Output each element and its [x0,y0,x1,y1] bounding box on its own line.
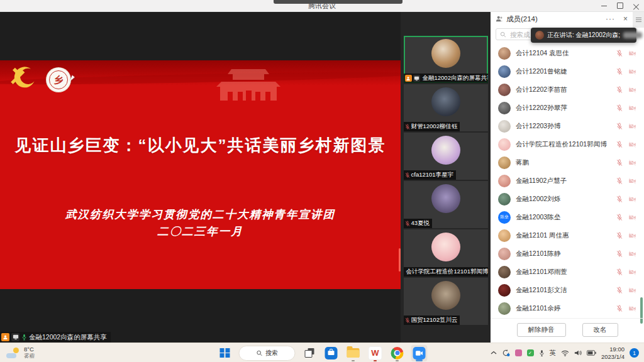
file-explorer-button[interactable] [345,345,362,361]
member-row[interactable]: 金融12101邓雨萱 [491,263,644,281]
camera-off-icon[interactable] [628,196,636,202]
camera-off-icon[interactable] [628,141,636,148]
wps-office-button[interactable]: W [367,345,384,361]
mic-muted-icon[interactable] [616,141,623,148]
member-row[interactable]: 金融12002刘烁 [491,190,644,208]
panel-divider [491,318,644,319]
member-name: 会计12201曾铭婕 [516,67,611,76]
antivirus-shield-icon[interactable]: ✓ [527,349,534,356]
camera-off-icon[interactable] [628,160,636,166]
windows-logo-icon [220,348,230,358]
mic-muted-icon[interactable] [616,177,623,185]
shared-screen-scrollbar[interactable] [399,248,401,272]
camera-off-icon[interactable] [628,69,636,75]
clock-time: 19:00 [609,346,625,353]
more-icon[interactable]: ··· [606,14,615,23]
taskbar-clock[interactable]: 19:00 2023/1/4 [601,346,625,360]
host-badge-icon [405,75,412,82]
mic-muted-icon[interactable] [616,50,623,57]
camera-off-icon[interactable] [628,233,636,239]
video-tile[interactable]: 财管12002柳佳钰 [404,84,488,131]
member-row[interactable]: 陈垒 金融12003陈垒 [491,208,644,226]
microphone-tray-icon[interactable] [539,349,545,357]
maximize-icon[interactable] [617,3,623,9]
mic-muted-icon [405,124,410,130]
participant-avatar [431,281,460,310]
mic-muted-icon[interactable] [616,123,623,130]
battery-icon[interactable] [587,350,596,356]
member-row[interactable]: 金融12101彭文洁 [491,281,644,299]
mic-muted-icon[interactable] [616,159,623,167]
member-name: 金融12101彭文洁 [516,286,611,295]
member-list-scrollbar[interactable] [640,297,643,324]
member-avatar [498,284,511,297]
task-view-button[interactable] [301,345,318,361]
camera-off-icon[interactable] [628,87,636,93]
member-row[interactable]: 会计12202李苗苗 [491,80,644,99]
camera-off-icon[interactable] [628,105,636,111]
window-controls [601,0,639,11]
chrome-button[interactable] [389,345,406,361]
member-avatar [498,47,511,60]
member-row[interactable]: 会计12202孙翠萍 [491,99,644,117]
close-icon[interactable] [633,3,639,9]
rename-button[interactable]: 改名 [582,323,618,337]
speaker-icon[interactable] [574,349,582,356]
mic-muted-icon[interactable] [616,86,623,94]
camera-off-icon[interactable] [628,287,636,293]
taskbar-search[interactable]: 搜索 [239,346,296,361]
taskbar-weather[interactable]: 8°C 雾霾 [6,343,35,362]
camera-off-icon[interactable] [628,251,636,257]
minimize-icon[interactable] [601,6,607,6]
unmute-button[interactable]: 解除静音 [517,323,566,337]
tray-app-icon[interactable] [515,349,522,356]
ime-indicator[interactable]: 英 [550,349,557,358]
notification-badge[interactable]: 1 [630,348,639,358]
camera-off-icon[interactable] [628,269,636,275]
panel-close-icon[interactable]: × [623,14,628,23]
video-tile[interactable]: 国贸12102笪川云 [404,278,488,325]
mic-muted-icon[interactable] [616,250,623,258]
mic-muted-icon[interactable] [616,68,623,75]
member-row[interactable]: 金融12101陈静 [491,244,644,263]
start-button[interactable] [217,345,233,361]
video-tile[interactable]: 会计学院工程造价12101郭闻博 [404,229,488,277]
mic-muted-icon[interactable] [616,214,623,221]
member-row[interactable]: 金融12101 周佳惠 [491,226,644,244]
member-row[interactable]: 金融11902卢慧子 [491,172,644,190]
mic-muted-icon[interactable] [616,287,623,294]
camera-off-icon[interactable] [628,214,636,221]
panel-edge-handle[interactable] [633,11,644,28]
member-row[interactable]: 会计12203孙博 [491,117,644,135]
member-avatar [498,156,511,169]
member-name: 会计12203孙博 [516,122,611,131]
member-row[interactable]: 金融12101余婷 [491,299,644,317]
video-tile[interactable]: 金融12002向森的屏幕共享 [404,36,488,83]
camera-off-icon[interactable] [628,178,636,184]
mic-muted-icon[interactable] [616,232,623,239]
chevron-up-icon[interactable] [491,351,497,355]
member-row[interactable]: 会计12104 袁思佳 [491,44,644,62]
member-name: 金融12101邓雨萱 [516,268,611,277]
wifi-icon[interactable] [561,350,569,356]
mic-muted-icon[interactable] [616,305,623,312]
camera-off-icon[interactable] [628,123,636,129]
camera-off-icon[interactable] [628,305,636,312]
video-tile[interactable]: 43夏悦 [404,181,488,228]
camera-off-icon[interactable] [628,50,636,57]
tencent-meeting-button[interactable] [411,345,428,361]
mic-muted-icon[interactable] [616,104,623,112]
microsoft-store-button[interactable] [323,345,340,361]
mic-muted-icon[interactable] [616,195,623,203]
member-avatar [498,248,511,260]
member-row[interactable]: 会计12201曾铭婕 [491,62,644,80]
video-tile[interactable]: cfa12101李星宇 [404,133,488,180]
screen-share-label-text: 金融12002向森的屏幕共享 [29,333,107,342]
sharing-toolbar-collapsed[interactable] [274,0,402,4]
video-tile-label: 金融12002向森的屏幕共享 [404,74,488,83]
member-name: 金融12101余婷 [516,304,611,313]
mic-muted-icon[interactable] [616,268,623,276]
sync-icon[interactable] [502,349,510,357]
member-row[interactable]: 蒋鹏 [491,153,644,172]
member-row[interactable]: 会计学院工程造价12101郭闻博 [491,135,644,153]
